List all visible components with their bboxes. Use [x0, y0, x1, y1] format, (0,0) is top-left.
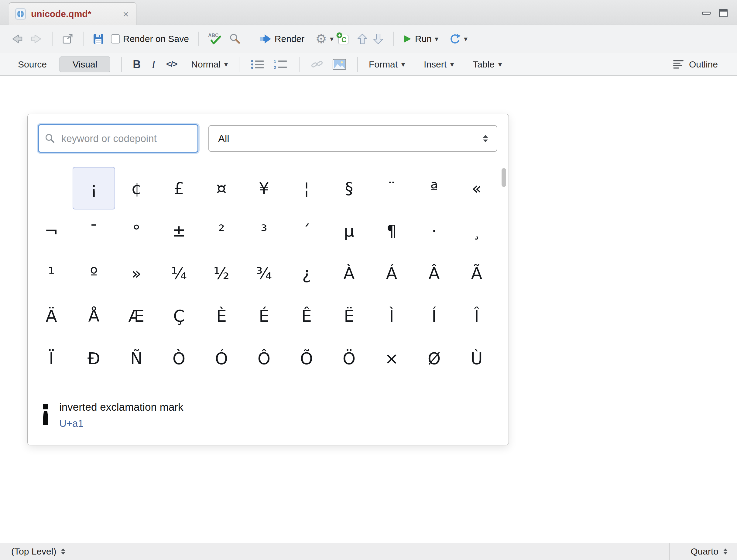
char-cell[interactable]: Ô — [243, 337, 285, 380]
char-cell[interactable]: £ — [158, 167, 200, 209]
source-mode-button[interactable]: Source — [14, 59, 51, 70]
char-cell[interactable]: ³ — [243, 209, 285, 252]
char-cell[interactable]: Ò — [158, 337, 200, 380]
insert-chunk-icon[interactable]: C — [336, 32, 350, 46]
char-cell[interactable]: · — [413, 209, 455, 252]
char-cell[interactable]: Ñ — [115, 337, 158, 380]
char-cell[interactable]: ¡ — [73, 167, 115, 209]
run-button[interactable]: Run ▾ — [403, 34, 438, 44]
char-cell[interactable]: × — [370, 337, 413, 380]
forward-icon[interactable] — [30, 33, 43, 45]
minimize-pane-icon[interactable] — [700, 8, 712, 19]
char-cell[interactable]: Î — [455, 295, 498, 337]
link-icon[interactable] — [311, 59, 324, 70]
char-cell[interactable]: ª — [413, 167, 455, 209]
open-in-new-window-icon[interactable] — [62, 33, 74, 45]
render-on-save-label: Render on Save — [123, 34, 189, 44]
char-cell[interactable]: Ë — [328, 295, 370, 337]
char-cell[interactable]: Ì — [370, 295, 413, 337]
char-cell[interactable]: ¤ — [200, 167, 243, 209]
char-cell[interactable]: ¬ — [30, 209, 73, 252]
char-cell[interactable]: Ã — [455, 252, 498, 295]
outline-scope-selector[interactable]: (Top Level) — [0, 546, 66, 557]
char-cell[interactable] — [30, 167, 73, 209]
spellcheck-icon[interactable]: ABC — [208, 33, 222, 45]
char-cell[interactable]: » — [115, 252, 158, 295]
back-icon[interactable] — [11, 33, 23, 45]
char-cell[interactable]: Ä — [30, 295, 73, 337]
svg-text:ABC: ABC — [208, 33, 219, 38]
char-cell[interactable]: ¨ — [370, 167, 413, 209]
render-button[interactable]: Render — [260, 33, 305, 44]
char-cell[interactable]: ¦ — [285, 167, 328, 209]
outline-toggle[interactable]: Outline — [673, 59, 718, 70]
visual-mode-button[interactable]: Visual — [60, 57, 110, 72]
char-cell[interactable]: Ç — [158, 295, 200, 337]
char-cell[interactable]: Ð — [73, 337, 115, 380]
char-cell[interactable]: Ù — [455, 337, 498, 380]
main-toolbar: Render on Save ABC Render ⚙ ▾ — [0, 25, 737, 53]
image-icon[interactable] — [332, 59, 346, 70]
char-cell[interactable]: µ — [328, 209, 370, 252]
bold-button[interactable]: B — [133, 58, 141, 71]
char-cell[interactable]: ² — [200, 209, 243, 252]
scrollbar-thumb[interactable] — [501, 168, 506, 187]
char-cell[interactable]: Ê — [285, 295, 328, 337]
insert-menu[interactable]: Insert ▾ — [424, 59, 454, 70]
char-cell[interactable]: Ö — [328, 337, 370, 380]
editor-area[interactable]: All ¡¢£¤¥¦§¨ª«¬¯°±²³´µ¶·¸¹º»¼½¾¿ÀÁÂÃÄÅÆÇ… — [0, 76, 737, 543]
toolbar-separator — [357, 57, 358, 72]
preview-character: ¡ — [39, 395, 52, 426]
source-document-button[interactable]: ▾ — [449, 33, 467, 45]
char-cell[interactable]: Ø — [413, 337, 455, 380]
char-cell[interactable]: ¥ — [243, 167, 285, 209]
render-on-save-checkbox[interactable] — [111, 34, 120, 43]
char-cell[interactable]: ¶ — [370, 209, 413, 252]
run-previous-chunks-icon[interactable] — [357, 33, 368, 45]
paragraph-style-dropdown[interactable]: Normal ▾ — [191, 59, 228, 70]
char-cell[interactable]: Í — [413, 295, 455, 337]
char-cell[interactable]: Ï — [30, 337, 73, 380]
char-cell[interactable]: ¹ — [30, 252, 73, 295]
char-cell[interactable]: Â — [413, 252, 455, 295]
grid-scrollbar[interactable] — [501, 168, 506, 379]
char-cell[interactable]: É — [243, 295, 285, 337]
char-cell[interactable]: Å — [73, 295, 115, 337]
numbered-list-icon[interactable]: 12 — [274, 59, 288, 70]
char-cell[interactable]: ´ — [285, 209, 328, 252]
char-cell[interactable]: ¿ — [285, 252, 328, 295]
italic-button[interactable]: I — [152, 58, 155, 71]
char-cell[interactable]: º — [73, 252, 115, 295]
find-replace-icon[interactable] — [229, 33, 241, 45]
format-menu[interactable]: Format ▾ — [369, 59, 405, 70]
char-cell[interactable]: ¯ — [73, 209, 115, 252]
char-cell[interactable]: À — [328, 252, 370, 295]
char-cell[interactable]: ¾ — [243, 252, 285, 295]
char-cell[interactable]: ¢ — [115, 167, 158, 209]
category-select[interactable]: All — [208, 125, 497, 152]
save-icon[interactable] — [93, 33, 104, 45]
char-cell[interactable]: Æ — [115, 295, 158, 337]
char-cell[interactable]: Õ — [285, 337, 328, 380]
char-cell[interactable]: ° — [115, 209, 158, 252]
document-type-selector[interactable]: Quarto — [669, 543, 737, 560]
char-cell[interactable]: « — [455, 167, 498, 209]
bullet-list-icon[interactable] — [250, 59, 265, 70]
maximize-pane-icon[interactable] — [717, 8, 729, 19]
char-cell[interactable]: ¼ — [158, 252, 200, 295]
run-next-chunk-icon[interactable] — [372, 33, 384, 45]
char-cell[interactable]: È — [200, 295, 243, 337]
search-input[interactable] — [38, 124, 198, 153]
file-tab[interactable]: unicode.qmd* × — [9, 2, 136, 25]
tab-close-icon[interactable]: × — [122, 9, 130, 19]
char-cell[interactable]: ¸ — [455, 209, 498, 252]
table-menu[interactable]: Table ▾ — [473, 59, 502, 70]
char-cell[interactable]: ½ — [200, 252, 243, 295]
char-cell[interactable]: § — [328, 167, 370, 209]
render-options-button[interactable]: ⚙ ▾ — [315, 33, 334, 45]
char-cell[interactable]: Ó — [200, 337, 243, 380]
render-label: Render — [275, 34, 305, 44]
code-button[interactable]: </> — [166, 60, 177, 69]
char-cell[interactable]: ± — [158, 209, 200, 252]
char-cell[interactable]: Á — [370, 252, 413, 295]
